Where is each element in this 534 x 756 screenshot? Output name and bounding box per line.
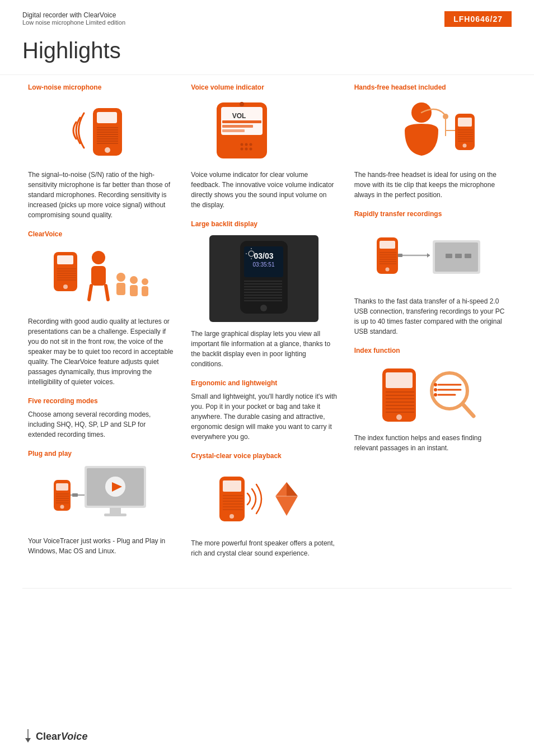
feature-text-low-noise: The signal–to-noise (S/N) ratio of the h… bbox=[28, 170, 174, 220]
feature-title-crystal: Crystal-clear voice playback bbox=[191, 452, 337, 460]
column-3: Hands-free headset included bbox=[349, 75, 512, 577]
feature-title-low-noise: Low-noise microphone bbox=[28, 83, 174, 91]
feature-plug-play: Plug and play bbox=[28, 450, 174, 556]
svg-point-54 bbox=[240, 148, 243, 151]
product-edition: Low noise microphone Limited edition bbox=[22, 19, 125, 26]
svg-line-136 bbox=[463, 404, 474, 416]
svg-rect-34 bbox=[110, 508, 121, 514]
svg-point-133 bbox=[434, 383, 437, 386]
feature-voice-volume: Voice volume indicator VOL bbox=[191, 83, 337, 210]
feature-title-headset: Hands-free headset included bbox=[354, 83, 506, 91]
svg-point-57 bbox=[240, 102, 244, 106]
feature-title-clearvoice: ClearVoice bbox=[28, 230, 174, 238]
svg-point-85 bbox=[229, 514, 234, 519]
svg-point-134 bbox=[434, 388, 437, 391]
svg-line-23 bbox=[106, 286, 108, 300]
feature-title-transfer: Rapidly transfer recordings bbox=[354, 210, 506, 218]
svg-rect-12 bbox=[57, 255, 73, 264]
svg-rect-115 bbox=[455, 254, 462, 258]
feature-title-recording-modes: Five recording modes bbox=[28, 397, 174, 405]
feature-text-voice-volume: Voice volume indicator for clear volume … bbox=[191, 170, 337, 210]
svg-point-20 bbox=[92, 251, 105, 264]
feature-transfer: Rapidly transfer recordings bbox=[354, 210, 506, 337]
feature-image-transfer bbox=[354, 223, 506, 291]
svg-point-56 bbox=[249, 148, 252, 151]
feature-image-headset bbox=[354, 97, 506, 164]
page-wrapper: Digital recorder with ClearVoice Low noi… bbox=[0, 0, 534, 756]
feature-title-voice-volume: Voice volume indicator bbox=[191, 83, 337, 91]
model-badge: LFH0646/27 bbox=[444, 11, 512, 27]
svg-point-10 bbox=[105, 147, 110, 153]
svg-marker-111 bbox=[427, 253, 430, 258]
svg-point-100 bbox=[463, 144, 467, 148]
svg-rect-29 bbox=[142, 286, 148, 296]
svg-point-135 bbox=[434, 393, 437, 396]
svg-point-53 bbox=[249, 143, 252, 146]
svg-rect-49 bbox=[222, 125, 253, 128]
feature-ergonomic: Ergonomic and lightweight Small and ligh… bbox=[191, 379, 337, 442]
svg-rect-1 bbox=[97, 112, 117, 123]
feature-image-backlit: 03/03 03:35:51 bbox=[191, 234, 337, 323]
feature-text-crystal: The more powerful front speaker offers a… bbox=[191, 538, 337, 558]
svg-rect-93 bbox=[458, 118, 472, 127]
svg-point-55 bbox=[245, 148, 247, 151]
svg-rect-44 bbox=[72, 493, 78, 497]
footer-brand-text: ClearVoice bbox=[36, 731, 87, 743]
svg-text:03/03: 03/03 bbox=[254, 251, 274, 260]
feature-image-voice-volume: VOL bbox=[191, 97, 337, 164]
svg-point-127 bbox=[396, 414, 402, 420]
svg-point-109 bbox=[386, 268, 390, 272]
svg-rect-116 bbox=[465, 254, 471, 258]
page-title: Highlights bbox=[0, 32, 534, 75]
feature-image-clearvoice bbox=[28, 244, 174, 311]
svg-point-76 bbox=[260, 305, 267, 311]
svg-rect-21 bbox=[91, 266, 106, 286]
feature-text-recording-modes: Choose among several recording modes, in… bbox=[28, 409, 174, 440]
footer: ClearVoice bbox=[22, 728, 87, 745]
svg-point-26 bbox=[130, 276, 138, 284]
feature-image-index bbox=[354, 360, 506, 427]
column-1: Low-noise microphone bbox=[22, 75, 185, 577]
footer-divider bbox=[22, 588, 512, 589]
svg-point-90 bbox=[443, 114, 448, 119]
svg-rect-50 bbox=[222, 129, 245, 132]
feature-backlit-display: Large backlit display bbox=[191, 220, 337, 369]
svg-line-22 bbox=[89, 286, 91, 300]
svg-rect-27 bbox=[130, 285, 138, 296]
clearvoice-logo-icon bbox=[22, 728, 34, 745]
feature-text-clearvoice: Recording with good audio quality at lec… bbox=[28, 316, 174, 387]
svg-point-51 bbox=[240, 143, 243, 146]
feature-crystal-clear: Crystal-clear voice playback bbox=[191, 452, 337, 558]
feature-index: Index function bbox=[354, 347, 506, 453]
feature-low-noise: Low-noise microphone bbox=[28, 83, 174, 220]
column-2: Voice volume indicator VOL bbox=[185, 75, 348, 577]
feature-image-crystal bbox=[191, 465, 337, 533]
svg-rect-102 bbox=[380, 241, 395, 249]
svg-rect-78 bbox=[223, 480, 241, 492]
svg-marker-138 bbox=[25, 738, 31, 743]
feature-text-ergonomic: Small and lightweight, you'll hardly not… bbox=[191, 391, 337, 442]
feature-recording-modes: Five recording modes Choose among severa… bbox=[28, 397, 174, 440]
svg-rect-117 bbox=[446, 254, 452, 258]
feature-title-ergonomic: Ergonomic and lightweight bbox=[191, 379, 337, 387]
feature-image-plug-play bbox=[28, 463, 174, 530]
feature-title-index: Index function bbox=[354, 347, 506, 354]
feature-text-backlit: The large graphical display lets you vie… bbox=[191, 329, 337, 369]
feature-title-backlit: Large backlit display bbox=[191, 220, 337, 228]
svg-rect-35 bbox=[104, 514, 127, 516]
feature-text-plug-play: Your VoiceTracer just works - Plug and P… bbox=[28, 536, 174, 556]
svg-point-52 bbox=[245, 143, 247, 146]
header-left: Digital recorder with ClearVoice Low noi… bbox=[22, 11, 125, 26]
svg-point-129 bbox=[435, 376, 464, 405]
svg-point-24 bbox=[116, 273, 125, 282]
svg-rect-112 bbox=[398, 254, 402, 257]
header: Digital recorder with ClearVoice Low noi… bbox=[0, 0, 534, 32]
feature-text-headset: The hands-free headset is ideal for usin… bbox=[354, 170, 506, 200]
svg-point-43 bbox=[60, 505, 64, 509]
feature-text-transfer: Thanks to the fast data transfer of a hi… bbox=[354, 296, 506, 337]
feature-title-plug-play: Plug and play bbox=[28, 450, 174, 458]
svg-point-28 bbox=[142, 278, 148, 285]
svg-marker-87 bbox=[287, 482, 298, 496]
feature-clearvoice: ClearVoice bbox=[28, 230, 174, 387]
main-content: Low-noise microphone bbox=[0, 75, 534, 577]
